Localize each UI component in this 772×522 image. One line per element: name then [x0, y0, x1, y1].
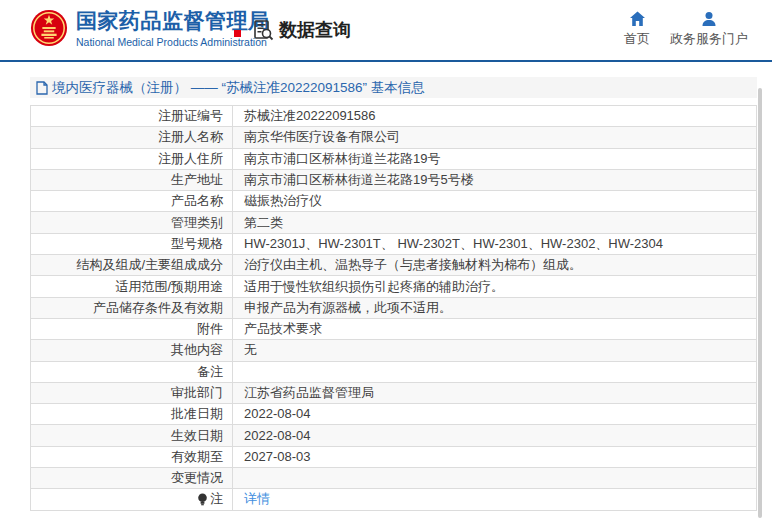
bulb-note-icon [197, 493, 208, 506]
row-label: 批准日期 [31, 404, 233, 424]
row-value [233, 468, 756, 488]
row-value: 南京市浦口区桥林街道兰花路19号 [233, 149, 756, 169]
row-label: 有效期至 [31, 447, 233, 467]
table-row: 注详情 [31, 489, 756, 510]
portal-user-icon [701, 11, 717, 27]
table-row: 产品储存条件及有效期申报产品为有源器械，此项不适用。 [31, 298, 756, 319]
row-value: 第二类 [233, 212, 756, 232]
nav-portal-label: 政务服务门户 [670, 30, 748, 48]
row-value: HW-2301J、HW-2301T、 HW-2302T、HW-2301、HW-2… [233, 234, 756, 254]
row-label: 其他内容 [31, 340, 233, 360]
org-subtitle: National Medical Products Administration [76, 36, 270, 48]
nav-home-label: 首页 [624, 30, 650, 48]
table-row: 生产地址南京市浦口区桥林街道兰花路19号5号楼 [31, 170, 756, 191]
data-query-tab[interactable]: 数据查询 [252, 18, 351, 42]
row-value: 2022-08-04 [233, 425, 756, 445]
doc-search-icon [252, 19, 274, 41]
table-row: 型号规格HW-2301J、HW-2301T、 HW-2302T、HW-2301、… [31, 234, 756, 255]
row-label: 适用范围/预期用途 [31, 276, 233, 296]
site-logo[interactable]: 国家药品监督管理局 National Medical Products Admi… [30, 8, 270, 48]
logo-text: 国家药品监督管理局 National Medical Products Admi… [76, 8, 270, 48]
national-emblem-icon [30, 9, 68, 47]
vertical-scrollbar[interactable] [758, 88, 762, 518]
table-row: 备注 [31, 362, 756, 383]
file-icon [36, 81, 48, 95]
table-row: 结构及组成/主要组成成分治疗仪由主机、温热导子（与患者接触材料为棉布）组成。 [31, 255, 756, 276]
data-query-label: 数据查询 [279, 18, 351, 42]
table-row: 审批部门江苏省药品监督管理局 [31, 383, 756, 404]
row-value: 2027-08-03 [233, 447, 756, 467]
row-label: 注册证编号 [31, 106, 233, 126]
table-row: 管理类别第二类 [31, 212, 756, 233]
row-label: 审批部门 [31, 383, 233, 403]
row-value: 无 [233, 340, 756, 360]
row-value: 详情 [233, 489, 756, 509]
table-row: 注册人住所南京市浦口区桥林街道兰花路19号 [31, 149, 756, 170]
breadcrumb: 境内医疗器械（注册） —— “苏械注准20222091586” 基本信息 [30, 77, 757, 98]
row-value [233, 362, 756, 382]
page-title: 境内医疗器械（注册） —— “苏械注准20222091586” 基本信息 [52, 79, 425, 97]
row-label: 管理类别 [31, 212, 233, 232]
top-nav: 首页 政务服务门户 [624, 11, 748, 48]
row-label: 型号规格 [31, 234, 233, 254]
row-value: 适用于慢性软组织损伤引起疼痛的辅助治疗。 [233, 276, 756, 296]
row-value: 2022-08-04 [233, 404, 756, 424]
table-row: 有效期至2027-08-03 [31, 447, 756, 468]
table-row: 其他内容无 [31, 340, 756, 361]
detail-link[interactable]: 详情 [244, 489, 270, 509]
logo-red-mark [234, 30, 241, 37]
row-label: 结构及组成/主要组成成分 [31, 255, 233, 275]
home-icon [629, 11, 646, 27]
row-label: 注册人名称 [31, 127, 233, 147]
row-value: 江苏省药品监督管理局 [233, 383, 756, 403]
row-label: 变更情况 [31, 468, 233, 488]
row-value: 治疗仪由主机、温热导子（与患者接触材料为棉布）组成。 [233, 255, 756, 275]
nav-item-portal[interactable]: 政务服务门户 [670, 11, 748, 48]
row-value: 磁振热治疗仪 [233, 191, 756, 211]
table-row: 注册证编号苏械注准20222091586 [31, 106, 756, 127]
table-row: 产品名称磁振热治疗仪 [31, 191, 756, 212]
row-label: 产品名称 [31, 191, 233, 211]
row-label: 附件 [31, 319, 233, 339]
nmpa-device-registration-page: 国家药品监督管理局 National Medical Products Admi… [0, 0, 772, 522]
row-value: 申报产品为有源器械，此项不适用。 [233, 298, 756, 318]
row-label: 产品储存条件及有效期 [31, 298, 233, 318]
site-header: 国家药品监督管理局 National Medical Products Admi… [0, 0, 772, 62]
row-label: 生效日期 [31, 425, 233, 445]
registration-table: 注册证编号苏械注准20222091586注册人名称南京华伟医疗设备有限公司注册人… [30, 105, 757, 511]
table-row: 变更情况 [31, 468, 756, 489]
table-row: 批准日期2022-08-04 [31, 404, 756, 425]
table-row: 附件产品技术要求 [31, 319, 756, 340]
row-label: 注册人住所 [31, 149, 233, 169]
row-value: 南京市浦口区桥林街道兰花路19号5号楼 [233, 170, 756, 190]
row-value: 苏械注准20222091586 [233, 106, 756, 126]
table-row: 注册人名称南京华伟医疗设备有限公司 [31, 127, 756, 148]
row-label: 生产地址 [31, 170, 233, 190]
row-value: 南京华伟医疗设备有限公司 [233, 127, 756, 147]
table-row: 生效日期2022-08-04 [31, 425, 756, 446]
row-label: 注 [31, 489, 233, 509]
nav-item-home[interactable]: 首页 [624, 11, 650, 48]
row-value: 产品技术要求 [233, 319, 756, 339]
table-row: 适用范围/预期用途适用于慢性软组织损伤引起疼痛的辅助治疗。 [31, 276, 756, 297]
row-label: 备注 [31, 362, 233, 382]
